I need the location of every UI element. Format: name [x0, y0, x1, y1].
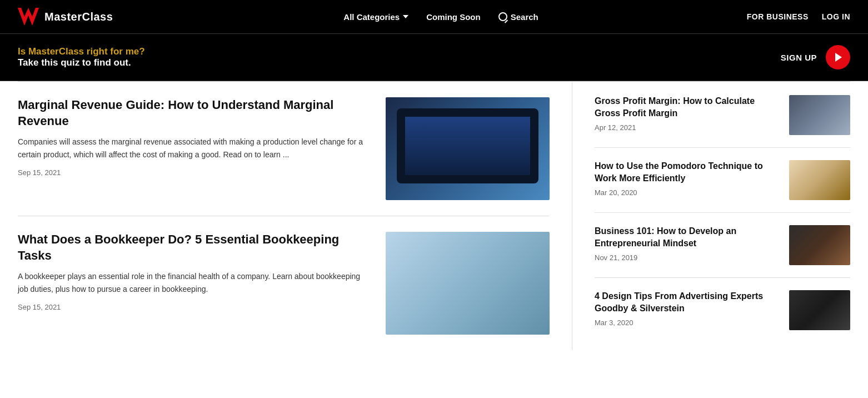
sidebar-article[interactable]: How to Use the Pomodoro Technique to Wor…: [595, 148, 850, 213]
sidebar-title: Business 101: How to Develop an Entrepre…: [595, 225, 778, 249]
sidebar-date: Mar 20, 2020: [595, 188, 778, 197]
logo[interactable]: MasterClass: [18, 8, 113, 26]
left-column: Marginal Revenue Guide: How to Understan…: [18, 82, 572, 350]
sidebar-text: How to Use the Pomodoro Technique to Wor…: [595, 160, 778, 197]
search-icon: [498, 12, 507, 21]
sidebar-title: 4 Design Tips From Advertising Experts G…: [595, 290, 778, 314]
chevron-right-icon: [835, 53, 842, 62]
sidebar-text: Business 101: How to Develop an Entrepre…: [595, 225, 778, 262]
banner-right: SIGN UP: [781, 45, 850, 69]
sidebar-image: [789, 160, 850, 200]
article-card[interactable]: Marginal Revenue Guide: How to Understan…: [18, 82, 550, 216]
sidebar-date: Mar 3, 2020: [595, 319, 778, 327]
sidebar-article[interactable]: Gross Profit Margin: How to Calculate Gr…: [595, 82, 850, 148]
article-image: [386, 97, 550, 200]
article-text: What Does a Bookkeeper Do? 5 Essential B…: [18, 232, 372, 311]
article-title: Marginal Revenue Guide: How to Understan…: [18, 97, 372, 129]
signup-button[interactable]: [826, 45, 850, 69]
article-image: [386, 232, 550, 335]
article-title: What Does a Bookkeeper Do? 5 Essential B…: [18, 232, 372, 263]
sidebar-image: [789, 290, 850, 330]
logo-text: MasterClass: [44, 11, 113, 23]
article-text: Marginal Revenue Guide: How to Understan…: [18, 97, 372, 177]
signup-label: SIGN UP: [781, 53, 817, 62]
sidebar-date: Nov 21, 2019: [595, 253, 778, 262]
main-nav: MasterClass All Categories Coming Soon S…: [0, 0, 868, 33]
article-excerpt: Companies will assess the marginal reven…: [18, 136, 372, 161]
right-column: Gross Profit Margin: How to Calculate Gr…: [572, 82, 850, 350]
article-date: Sep 15, 2021: [18, 168, 372, 177]
nav-center: All Categories Coming Soon Search: [135, 12, 746, 22]
banner-line1: Is MasterClass right for me?: [18, 46, 781, 57]
sidebar-article[interactable]: 4 Design Tips From Advertising Experts G…: [595, 278, 850, 342]
sidebar-date: Apr 12, 2021: [595, 123, 778, 132]
article-card[interactable]: What Does a Bookkeeper Do? 5 Essential B…: [18, 216, 550, 350]
sidebar-text: Gross Profit Margin: How to Calculate Gr…: [595, 95, 778, 132]
chevron-down-icon: [403, 15, 408, 18]
sidebar-text: 4 Design Tips From Advertising Experts G…: [595, 290, 778, 327]
sidebar-image: [789, 95, 850, 135]
sidebar-title: Gross Profit Margin: How to Calculate Gr…: [595, 95, 778, 119]
search-nav[interactable]: Search: [498, 12, 538, 22]
sidebar-image: [789, 225, 850, 265]
coming-soon-nav[interactable]: Coming Soon: [426, 12, 481, 22]
main-content: Marginal Revenue Guide: How to Understan…: [0, 82, 868, 350]
banner-line2: Take this quiz to find out.: [18, 57, 781, 68]
nav-right: FOR BUSINESS LOG IN: [747, 12, 850, 21]
sidebar-article[interactable]: Business 101: How to Develop an Entrepre…: [595, 213, 850, 278]
for-business-nav[interactable]: FOR BUSINESS: [747, 12, 809, 21]
article-date: Sep 15, 2021: [18, 303, 372, 311]
log-in-nav[interactable]: LOG IN: [822, 12, 850, 21]
all-categories-nav[interactable]: All Categories: [343, 12, 408, 22]
article-excerpt: A bookkeeper plays an essential role in …: [18, 270, 372, 295]
sidebar-title: How to Use the Pomodoro Technique to Wor…: [595, 160, 778, 184]
banner-text: Is MasterClass right for me? Take this q…: [18, 46, 781, 68]
quiz-banner: Is MasterClass right for me? Take this q…: [0, 33, 868, 81]
